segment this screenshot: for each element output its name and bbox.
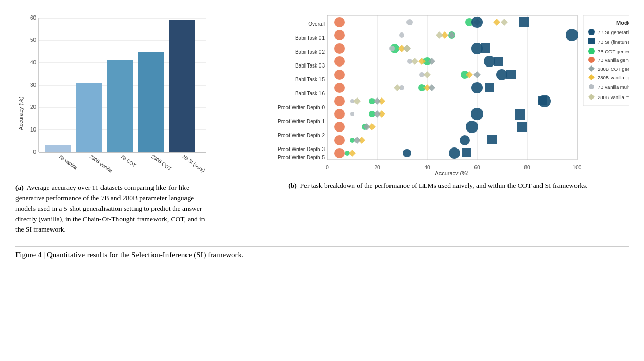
dot	[487, 135, 497, 144]
svg-text:Proof Writer Depth 1: Proof Writer Depth 1	[278, 119, 325, 124]
dot	[374, 97, 381, 105]
dot	[471, 17, 483, 28]
dot	[494, 57, 503, 66]
dot	[334, 109, 345, 119]
dot	[411, 58, 418, 65]
dot	[519, 17, 529, 27]
dot	[473, 71, 481, 78]
dot	[493, 19, 500, 26]
dot	[423, 71, 431, 78]
dot	[538, 96, 547, 105]
xlabel-7b-cot: 7B COT	[120, 154, 138, 169]
dot	[517, 122, 527, 132]
dot	[353, 97, 361, 105]
svg-text:100: 100	[573, 165, 582, 170]
panel-a: Accuracy (%) 0 10 20 30 40	[15, 10, 237, 235]
svg-text:20: 20	[30, 104, 37, 110]
dot	[374, 110, 381, 118]
dot	[449, 147, 460, 159]
legend-label: 7B SI (finetuned) generative	[598, 39, 629, 45]
dot	[350, 112, 354, 116]
bar-280b-cot	[138, 52, 164, 152]
svg-text:30: 30	[30, 82, 37, 88]
svg-text:Babi Task 15: Babi Task 15	[295, 77, 325, 83]
legend-label: 280B COT generative	[598, 66, 629, 72]
svg-text:0: 0	[33, 149, 36, 155]
dot	[334, 43, 345, 54]
legend-dot	[588, 48, 595, 54]
svg-text:Proof Writer Depth 5: Proof Writer Depth 5	[278, 155, 325, 160]
dot	[481, 43, 490, 53]
dot	[460, 135, 470, 145]
panel-a-caption: (a) Average accuracy over 11 datasets co…	[15, 183, 211, 235]
svg-text:50: 50	[30, 37, 37, 43]
panel-a-label: (a)	[15, 184, 24, 191]
svg-text:20: 20	[374, 165, 380, 170]
dot	[334, 135, 345, 145]
figure-caption-text: Figure 4 | Quantitative results for the …	[15, 251, 244, 259]
dot	[334, 148, 345, 158]
bar-280b-vanilla	[76, 83, 102, 152]
legend-label: 280B vanilla generative	[598, 75, 629, 80]
y-axis-label: Accuracy (%)	[18, 96, 24, 130]
dot	[334, 122, 345, 132]
dot	[515, 109, 525, 120]
svg-text:0: 0	[326, 165, 329, 170]
legend-dot	[588, 29, 595, 35]
legend-dot	[588, 57, 595, 63]
svg-text:Babi Task 02: Babi Task 02	[295, 49, 325, 55]
figure-caption: Figure 4 | Quantitative results for the …	[15, 246, 629, 259]
dot	[506, 70, 516, 79]
legend-label: 280B vanilla multichoice	[598, 94, 629, 100]
bar-7b-cot	[107, 60, 133, 152]
svg-text:60: 60	[474, 165, 480, 170]
legend-label: 7B vanilla multichoice	[598, 84, 629, 90]
dot	[334, 30, 345, 40]
dot	[566, 29, 578, 41]
panel-b-caption: (b) Per task breakdown of the performanc…	[247, 180, 629, 191]
x-axis-label: Accuracy (%)	[435, 170, 468, 175]
legend-dot	[589, 84, 594, 89]
dot	[389, 46, 395, 51]
xlabel-7b-si: 7B SI (ours)	[181, 154, 206, 173]
dot	[399, 32, 404, 38]
main-container: Accuracy (%) 0 10 20 30 40	[15, 10, 629, 259]
svg-text:80: 80	[524, 165, 530, 170]
charts-row: Accuracy (%) 0 10 20 30 40	[15, 10, 629, 235]
svg-text:40: 40	[424, 165, 430, 170]
dot	[485, 83, 494, 92]
svg-text:40: 40	[30, 60, 37, 65]
dot	[334, 56, 345, 67]
bar-7b-si	[169, 20, 195, 152]
dot	[471, 108, 483, 120]
xlabel-280b-vanilla: 280B vanilla	[89, 154, 114, 174]
dot	[471, 82, 483, 93]
dot-chart: 0 20 40 60 80 100 Accuracy (%) Overall B…	[247, 10, 629, 175]
dot	[403, 149, 411, 157]
dot	[394, 84, 401, 91]
dot	[471, 43, 483, 54]
svg-text:Proof Writer Depth 3: Proof Writer Depth 3	[278, 146, 325, 152]
dot	[406, 19, 413, 25]
dot	[462, 148, 471, 157]
panel-b-caption-text: Per task breakdown of the performance of…	[300, 182, 588, 189]
dot	[484, 56, 495, 67]
xlabel-280b-cot: 280B COT	[150, 154, 173, 172]
panel-b: 0 20 40 60 80 100 Accuracy (%) Overall B…	[247, 10, 629, 191]
legend-label: 7B vanilla generative	[598, 57, 629, 63]
legend-title: Models	[616, 20, 629, 26]
legend-label: 7B COT generative	[598, 48, 629, 54]
dot	[334, 17, 345, 27]
dot	[334, 83, 345, 93]
dot	[466, 121, 478, 133]
bar-7b-vanilla	[45, 145, 71, 152]
dot	[349, 150, 356, 157]
bar-chart: Accuracy (%) 0 10 20 30 40	[15, 10, 216, 175]
svg-text:Babi Task 03: Babi Task 03	[295, 63, 325, 69]
svg-text:Babi Task 01: Babi Task 01	[295, 35, 325, 41]
dot	[334, 96, 345, 106]
dot	[428, 84, 435, 91]
panel-b-label: (b)	[288, 182, 297, 189]
svg-text:Proof Writer Depth 2: Proof Writer Depth 2	[278, 133, 325, 138]
svg-text:Proof Writer Depth 0: Proof Writer Depth 0	[278, 105, 325, 110]
